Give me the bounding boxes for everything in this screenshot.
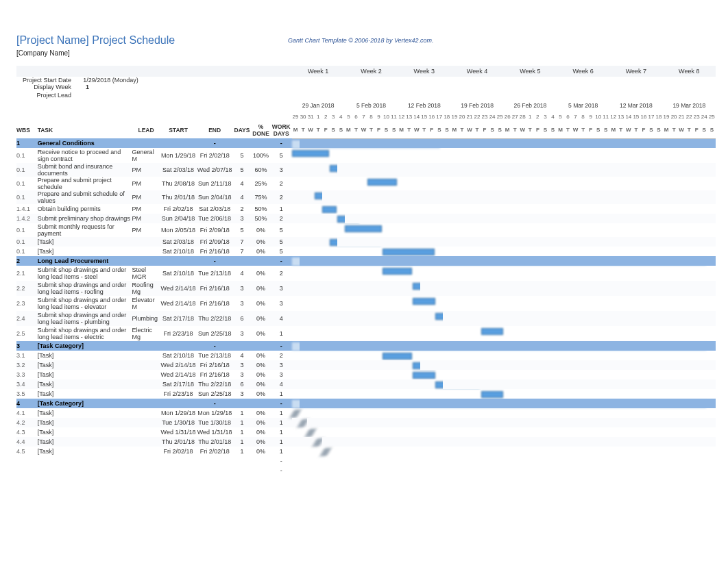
end-date[interactable]: Thu 2/22/18 [197,311,233,326]
work-days[interactable]: 2 [271,214,292,223]
end-date[interactable]: Fri 2/16/18 [197,370,233,379]
percent-done[interactable]: 0% [251,447,271,456]
lead[interactable]: Steel MGR [132,266,160,281]
start-date[interactable]: Sat 2/10/18 [160,351,196,360]
wbs[interactable]: 0.1 [16,190,38,204]
days[interactable]: 7 [233,237,252,247]
end-date[interactable]: Sat 2/03/18 [197,204,233,214]
start-date[interactable]: Sat 2/03/18 [160,163,196,177]
start-date[interactable]: Sat 2/17/18 [160,379,196,389]
work-days[interactable]: 3 [271,281,292,296]
end-date[interactable]: Tue 2/13/18 [197,266,233,281]
start-date[interactable]: Mon 1/29/18 [160,408,196,418]
task-name[interactable]: [Task] [38,447,132,456]
start-date[interactable]: Wed 1/31/18 [160,427,196,437]
days[interactable] [233,466,252,475]
task-name[interactable]: [Task] [38,427,132,437]
lead[interactable]: PM [132,177,160,190]
wbs[interactable]: 4.5 [16,447,38,456]
percent-done[interactable]: 0% [251,311,271,326]
end-date[interactable]: Tue 2/13/18 [197,351,233,360]
end-date[interactable]: Fri 2/16/18 [197,281,233,296]
task-name[interactable]: [Task] [38,370,132,379]
percent-done[interactable]: 0% [251,326,271,341]
wbs[interactable]: 4.2 [16,418,38,427]
days[interactable]: 6 [233,311,252,326]
start-date[interactable]: Mon 2/05/18 [160,223,196,237]
work-days[interactable]: 1 [271,418,292,427]
task-name[interactable]: [Task] [38,418,132,427]
days[interactable]: 4 [233,190,252,204]
work-days[interactable]: 3 [271,296,292,311]
task-name[interactable]: [Task] [38,360,132,370]
end-date[interactable]: Sun 2/25/18 [197,389,233,399]
wbs[interactable]: 1.4.1 [16,204,38,214]
work-days[interactable]: 2 [271,266,292,281]
wbs[interactable]: 3.4 [16,379,38,389]
days[interactable]: 3 [233,296,252,311]
start-date[interactable]: Mon 1/29/18 [160,148,196,163]
wbs[interactable]: 0.1 [16,223,38,237]
wbs[interactable]: 3.1 [16,351,38,360]
lead[interactable] [132,370,160,379]
percent-done[interactable]: 60% [251,163,271,177]
percent-done[interactable]: 100% [251,148,271,163]
work-days[interactable]: 4 [271,379,292,389]
work-days[interactable]: 5 [271,237,292,247]
days[interactable]: 1 [233,447,252,456]
start-date[interactable]: Thu 2/08/18 [160,177,196,190]
start-date[interactable]: Fri 2/23/18 [160,389,196,399]
percent-done[interactable]: 0% [251,266,271,281]
start-date[interactable]: Sat 2/10/18 [160,266,196,281]
task-name[interactable]: Submit preliminary shop drawings [38,214,132,223]
work-days[interactable]: 1 [271,204,292,214]
task-name[interactable]: [Task] [38,437,132,447]
start-date[interactable]: Wed 2/14/18 [160,360,196,370]
lead[interactable]: PM [132,190,160,204]
percent-done[interactable]: 0% [251,351,271,360]
lead[interactable]: Plumbing [132,311,160,326]
lead[interactable] [132,351,160,360]
task-name[interactable]: [Task] [38,247,132,256]
lead[interactable] [132,466,160,475]
task-name[interactable]: Submit shop drawings and order long lead… [38,266,132,281]
wbs[interactable]: 0.1 [16,237,38,247]
percent-done[interactable] [251,466,271,475]
lead[interactable] [132,418,160,427]
end-date[interactable]: Fri 2/09/18 [197,237,233,247]
end-date[interactable]: Wed 1/31/18 [197,427,233,437]
end-date[interactable]: Sun 2/25/18 [197,326,233,341]
start-date[interactable]: Fri 2/02/18 [160,204,196,214]
wbs[interactable]: 0.1 [16,177,38,190]
task-name[interactable] [38,456,132,466]
work-days[interactable]: 3 [271,360,292,370]
task-name[interactable]: Submit shop drawings and order long lead… [38,296,132,311]
work-days[interactable]: 5 [271,148,292,163]
lead[interactable] [132,427,160,437]
project-start-date-value[interactable]: 1/29/2018 (Monday) [80,77,142,84]
start-date[interactable]: Thu 2/01/18 [160,437,196,447]
lead[interactable] [132,408,160,418]
lead[interactable] [132,247,160,256]
days[interactable]: 4 [233,177,252,190]
start-date[interactable]: Sat 2/03/18 [160,237,196,247]
lead[interactable]: PM [132,223,160,237]
wbs[interactable]: 2.4 [16,311,38,326]
days[interactable]: 1 [233,437,252,447]
start-date[interactable]: Sat 2/17/18 [160,311,196,326]
percent-done[interactable]: 0% [251,360,271,370]
days[interactable]: 2 [233,204,252,214]
days[interactable]: 4 [233,351,252,360]
task-name[interactable]: Obtain building permits [38,204,132,214]
wbs[interactable]: 2.3 [16,296,38,311]
days[interactable]: 5 [233,223,252,237]
percent-done[interactable]: 0% [251,370,271,379]
task-name[interactable]: [Task] [38,379,132,389]
lead[interactable] [132,389,160,399]
start-date[interactable] [160,466,196,475]
work-days[interactable]: 5 [271,247,292,256]
days[interactable]: 3 [233,360,252,370]
lead[interactable]: PM [132,214,160,223]
days[interactable]: 3 [233,370,252,379]
start-date[interactable]: Thu 2/01/18 [160,190,196,204]
